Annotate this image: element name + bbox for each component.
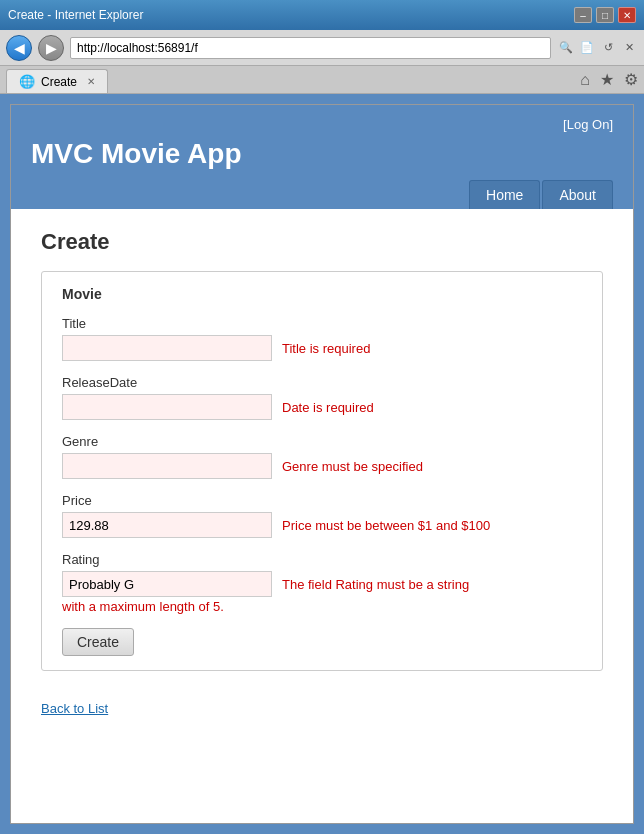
log-on-bracket-close: ] (609, 117, 613, 132)
main-content: Create Movie Title Title is required Rel… (11, 209, 633, 746)
header-top: [ Log On ] (31, 117, 613, 132)
genre-label: Genre (62, 434, 582, 449)
app-container: [ Log On ] MVC Movie App Home About Crea… (10, 104, 634, 824)
search-icon[interactable]: 🔍 (557, 39, 575, 57)
nav-menu: Home About (31, 180, 613, 209)
rating-field-row: The field Rating must be a string (62, 571, 582, 597)
section-title: Movie (62, 286, 582, 302)
rating-error-line1: The field Rating must be a string (282, 577, 469, 592)
page-title: Create (41, 229, 603, 255)
price-label: Price (62, 493, 582, 508)
form-section: Movie Title Title is required ReleaseDat… (41, 271, 603, 671)
rating-input[interactable] (62, 571, 272, 597)
price-input[interactable] (62, 512, 272, 538)
release-date-input[interactable] (62, 394, 272, 420)
title-error: Title is required (282, 341, 370, 356)
genre-field-group: Genre Genre must be specified (62, 434, 582, 479)
favorites-icon[interactable]: 📄 (578, 39, 596, 57)
rating-error-line2: with a maximum length of 5. (62, 599, 582, 614)
tab-ie-icon: 🌐 (19, 74, 35, 89)
window-controls: – □ ✕ (574, 7, 636, 23)
price-field-group: Price Price must be between $1 and $100 (62, 493, 582, 538)
log-on-link[interactable]: Log On (567, 117, 610, 132)
settings-gear-icon[interactable]: ⚙ (624, 70, 638, 89)
price-field-row: Price must be between $1 and $100 (62, 512, 582, 538)
minimize-button[interactable]: – (574, 7, 592, 23)
release-date-field-group: ReleaseDate Date is required (62, 375, 582, 420)
maximize-button[interactable]: □ (596, 7, 614, 23)
app-header: [ Log On ] MVC Movie App Home About (11, 105, 633, 209)
nav-item-home[interactable]: Home (469, 180, 540, 209)
address-bar: ◀ ▶ 🔍 📄 ↺ ✕ (0, 30, 644, 66)
browser-tab-create[interactable]: 🌐 Create ✕ (6, 69, 108, 93)
app-title: MVC Movie App (31, 138, 613, 170)
window-title: Create - Internet Explorer (8, 8, 143, 22)
title-field-row: Title is required (62, 335, 582, 361)
release-date-field-row: Date is required (62, 394, 582, 420)
nav-item-about[interactable]: About (542, 180, 613, 209)
genre-field-row: Genre must be specified (62, 453, 582, 479)
genre-input[interactable] (62, 453, 272, 479)
release-date-label: ReleaseDate (62, 375, 582, 390)
back-to-list-link[interactable]: Back to List (41, 701, 108, 716)
address-icons: 🔍 📄 ↺ ✕ (557, 39, 638, 57)
rating-field-group: Rating The field Rating must be a string… (62, 552, 582, 614)
stop-icon[interactable]: ✕ (620, 39, 638, 57)
genre-error: Genre must be specified (282, 459, 423, 474)
title-bar: Create - Internet Explorer – □ ✕ (0, 0, 644, 30)
favorites-star-icon[interactable]: ★ (600, 70, 614, 89)
tab-bar: 🌐 Create ✕ ⌂ ★ ⚙ (0, 66, 644, 94)
back-button[interactable]: ◀ (6, 35, 32, 61)
forward-button[interactable]: ▶ (38, 35, 64, 61)
create-button[interactable]: Create (62, 628, 134, 656)
browser-toolbar-right: ⌂ ★ ⚙ (580, 70, 638, 93)
title-input[interactable] (62, 335, 272, 361)
close-button[interactable]: ✕ (618, 7, 636, 23)
title-label: Title (62, 316, 582, 331)
tab-label: Create (41, 75, 77, 89)
tab-close-icon[interactable]: ✕ (87, 76, 95, 87)
release-date-error: Date is required (282, 400, 374, 415)
price-error: Price must be between $1 and $100 (282, 518, 490, 533)
rating-label: Rating (62, 552, 582, 567)
browser-content: [ Log On ] MVC Movie App Home About Crea… (0, 94, 644, 834)
home-icon[interactable]: ⌂ (580, 71, 590, 89)
refresh-icon[interactable]: ↺ (599, 39, 617, 57)
title-field-group: Title Title is required (62, 316, 582, 361)
address-input[interactable] (70, 37, 551, 59)
